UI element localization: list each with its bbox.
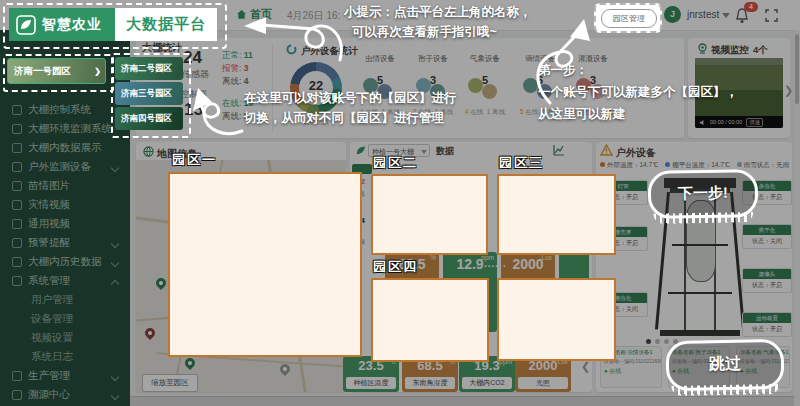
product-name: 大数据平台 — [126, 15, 206, 34]
park-manage-button[interactable]: 园区管理 — [601, 9, 657, 28]
region-label-1: 园区一 — [172, 151, 217, 169]
current-park-button[interactable]: 济南一号园区 ❯ — [7, 58, 106, 84]
switch-hint-line1: 在这里可以对该账号下的【园区】进行 — [244, 90, 457, 107]
region-label-2: 园区二 — [373, 154, 418, 172]
region-mask-3 — [497, 174, 616, 255]
leaf-logo-icon — [16, 15, 36, 35]
logo[interactable]: 智慧农业 — [9, 8, 115, 41]
region-mask-1 — [168, 172, 362, 357]
step-line1: 一个账号下可以新建多个【园区】， — [538, 84, 738, 101]
region-label-3: 园区三 — [499, 154, 544, 172]
tip-line1: 小提示：点击平台左上角的名称， — [344, 4, 532, 21]
product-name-box[interactable]: 大数据平台 — [115, 8, 217, 41]
tip-line2: 可以再次查看新手指引哦~ — [352, 24, 497, 41]
switch-hint-line2: 切换，从而对不同【园区】进行管理 — [244, 110, 444, 127]
region-mask-2 — [371, 174, 488, 255]
next-step-button[interactable]: 下一步! — [648, 169, 759, 219]
chevron-right-icon: ❯ — [94, 67, 101, 76]
step-title: 第一步： — [538, 62, 588, 79]
step-line2: 从这里可以新建 — [538, 106, 626, 123]
park-option-2[interactable]: 济南二号园区 — [115, 57, 183, 80]
region-mask-5 — [497, 278, 616, 361]
park-option-4[interactable]: 济南四号园区 — [115, 107, 183, 130]
region-label-4: 园区四 — [373, 258, 418, 276]
region-mask-4 — [371, 278, 489, 362]
skip-button[interactable]: 跳过 — [666, 339, 785, 391]
park-option-3[interactable]: 济南三号园区 — [115, 82, 183, 105]
smart-agriculture-dashboard: 首页 4月26日 16: J jnrstest 4 大棚控制系统 大棚环境监测系… — [0, 0, 800, 406]
brand-name: 智慧农业 — [42, 16, 102, 34]
